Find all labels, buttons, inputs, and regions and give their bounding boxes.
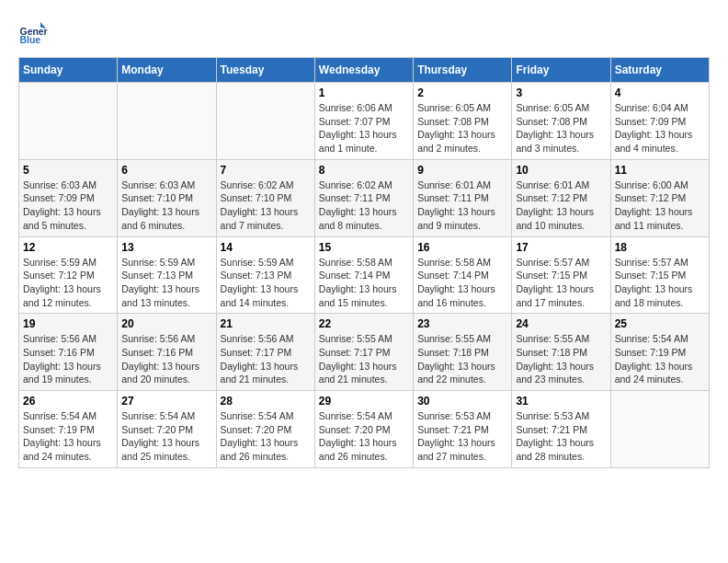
calendar-cell: 18Sunrise: 5:57 AMSunset: 7:15 PMDayligh… bbox=[610, 236, 709, 314]
day-info: Daylight: 13 hours and 4 minutes. bbox=[615, 128, 705, 155]
calendar-cell: 24Sunrise: 5:55 AMSunset: 7:18 PMDayligh… bbox=[512, 314, 610, 391]
day-info: Daylight: 13 hours and 26 minutes. bbox=[221, 436, 311, 463]
day-info: Sunrise: 6:00 AM bbox=[615, 178, 705, 192]
day-info: Sunset: 7:12 PM bbox=[23, 269, 113, 282]
svg-text:Blue: Blue bbox=[20, 35, 41, 45]
weekday-header: Friday bbox=[512, 58, 610, 83]
calendar-table: SundayMondayTuesdayWednesdayThursdayFrid… bbox=[18, 57, 710, 468]
day-info: Sunrise: 5:56 AM bbox=[23, 332, 113, 346]
day-info: Sunset: 7:07 PM bbox=[319, 115, 409, 129]
day-number: 13 bbox=[121, 241, 211, 254]
day-number: 15 bbox=[319, 241, 409, 254]
day-info: Daylight: 13 hours and 7 minutes. bbox=[221, 205, 311, 232]
day-info: Sunrise: 5:54 AM bbox=[23, 409, 113, 423]
day-info: Sunset: 7:21 PM bbox=[516, 423, 606, 437]
calendar-cell: 21Sunrise: 5:56 AMSunset: 7:17 PMDayligh… bbox=[216, 314, 314, 391]
day-number: 23 bbox=[417, 317, 507, 330]
weekday-header: Tuesday bbox=[216, 58, 314, 83]
day-number: 19 bbox=[23, 317, 113, 330]
calendar-cell: 31Sunrise: 5:53 AMSunset: 7:21 PMDayligh… bbox=[512, 391, 610, 468]
day-number: 24 bbox=[516, 317, 606, 330]
day-info: Daylight: 13 hours and 6 minutes. bbox=[121, 205, 211, 232]
day-number: 5 bbox=[23, 164, 113, 177]
calendar-cell: 27Sunrise: 5:54 AMSunset: 7:20 PMDayligh… bbox=[118, 391, 216, 468]
day-number: 29 bbox=[319, 395, 409, 408]
day-info: Daylight: 13 hours and 5 minutes. bbox=[23, 205, 113, 232]
calendar-cell: 28Sunrise: 5:54 AMSunset: 7:20 PMDayligh… bbox=[216, 391, 314, 468]
weekday-header: Monday bbox=[118, 58, 216, 83]
day-info: Sunrise: 6:02 AM bbox=[221, 178, 311, 192]
calendar-cell: 23Sunrise: 5:55 AMSunset: 7:18 PMDayligh… bbox=[414, 314, 512, 391]
day-info: Daylight: 13 hours and 26 minutes. bbox=[319, 436, 409, 463]
calendar-cell: 13Sunrise: 5:59 AMSunset: 7:13 PMDayligh… bbox=[118, 236, 216, 314]
day-number: 18 bbox=[615, 241, 705, 254]
day-info: Sunrise: 6:01 AM bbox=[516, 178, 606, 192]
day-info: Daylight: 13 hours and 17 minutes. bbox=[516, 282, 606, 309]
day-info: Sunset: 7:12 PM bbox=[516, 191, 606, 205]
day-info: Sunrise: 5:55 AM bbox=[417, 332, 507, 346]
calendar-cell: 29Sunrise: 5:54 AMSunset: 7:20 PMDayligh… bbox=[314, 391, 413, 468]
day-number: 16 bbox=[417, 241, 507, 254]
day-number: 28 bbox=[221, 395, 311, 408]
day-info: Sunset: 7:19 PM bbox=[615, 346, 705, 360]
day-number: 11 bbox=[615, 164, 705, 177]
calendar-cell: 11Sunrise: 6:00 AMSunset: 7:12 PMDayligh… bbox=[610, 159, 709, 236]
calendar-cell: 8Sunrise: 6:02 AMSunset: 7:11 PMDaylight… bbox=[314, 159, 413, 236]
day-info: Sunset: 7:20 PM bbox=[319, 423, 409, 437]
weekday-header: Saturday bbox=[610, 58, 709, 83]
day-info: Sunset: 7:09 PM bbox=[23, 191, 113, 205]
calendar-cell bbox=[19, 83, 118, 160]
day-info: Sunset: 7:20 PM bbox=[221, 423, 311, 437]
day-info: Daylight: 13 hours and 21 minutes. bbox=[319, 360, 409, 386]
calendar-cell: 30Sunrise: 5:53 AMSunset: 7:21 PMDayligh… bbox=[414, 391, 512, 468]
day-info: Sunset: 7:13 PM bbox=[221, 269, 311, 282]
day-info: Sunset: 7:14 PM bbox=[417, 269, 507, 282]
day-info: Sunset: 7:10 PM bbox=[221, 191, 311, 205]
weekday-header: Wednesday bbox=[314, 58, 413, 83]
day-info: Sunrise: 6:03 AM bbox=[121, 178, 211, 192]
day-info: Sunset: 7:19 PM bbox=[23, 423, 113, 437]
day-info: Sunset: 7:16 PM bbox=[121, 346, 211, 360]
day-info: Sunrise: 6:03 AM bbox=[23, 178, 113, 192]
day-info: Daylight: 13 hours and 15 minutes. bbox=[319, 282, 409, 309]
day-info: Sunrise: 5:55 AM bbox=[516, 332, 606, 346]
calendar-body: 1Sunrise: 6:06 AMSunset: 7:07 PMDaylight… bbox=[19, 83, 710, 468]
day-number: 6 bbox=[121, 164, 211, 177]
day-info: Sunset: 7:17 PM bbox=[221, 346, 311, 360]
day-info: Sunset: 7:08 PM bbox=[417, 115, 507, 129]
day-number: 31 bbox=[516, 395, 606, 408]
day-info: Sunrise: 5:54 AM bbox=[615, 332, 705, 346]
calendar-cell: 26Sunrise: 5:54 AMSunset: 7:19 PMDayligh… bbox=[19, 391, 118, 468]
day-info: Sunrise: 6:05 AM bbox=[417, 101, 507, 115]
day-info: Daylight: 13 hours and 1 minute. bbox=[319, 128, 409, 155]
day-info: Daylight: 13 hours and 23 minutes. bbox=[516, 360, 606, 386]
day-info: Sunset: 7:10 PM bbox=[121, 191, 211, 205]
day-info: Sunrise: 5:59 AM bbox=[221, 256, 311, 270]
day-info: Sunrise: 5:56 AM bbox=[121, 332, 211, 346]
day-info: Sunrise: 5:53 AM bbox=[417, 409, 507, 423]
day-info: Sunrise: 5:56 AM bbox=[221, 332, 311, 346]
day-info: Sunrise: 5:59 AM bbox=[121, 256, 211, 270]
day-info: Daylight: 13 hours and 3 minutes. bbox=[516, 128, 606, 155]
day-number: 12 bbox=[23, 241, 113, 254]
day-info: Sunset: 7:15 PM bbox=[615, 269, 705, 282]
day-info: Sunrise: 5:54 AM bbox=[319, 409, 409, 423]
calendar-header-row: SundayMondayTuesdayWednesdayThursdayFrid… bbox=[19, 58, 710, 83]
calendar-cell bbox=[118, 83, 216, 160]
calendar-week-row: 26Sunrise: 5:54 AMSunset: 7:19 PMDayligh… bbox=[19, 391, 710, 468]
day-info: Daylight: 13 hours and 24 minutes. bbox=[615, 360, 705, 386]
calendar-cell bbox=[216, 83, 314, 160]
calendar-cell: 17Sunrise: 5:57 AMSunset: 7:15 PMDayligh… bbox=[512, 236, 610, 314]
day-info: Sunrise: 5:57 AM bbox=[516, 256, 606, 270]
day-info: Daylight: 13 hours and 27 minutes. bbox=[417, 436, 507, 463]
day-number: 2 bbox=[417, 86, 507, 99]
day-info: Daylight: 13 hours and 28 minutes. bbox=[516, 436, 606, 463]
calendar-cell: 12Sunrise: 5:59 AMSunset: 7:12 PMDayligh… bbox=[19, 236, 118, 314]
day-number: 25 bbox=[615, 317, 705, 330]
calendar-cell: 7Sunrise: 6:02 AMSunset: 7:10 PMDaylight… bbox=[216, 159, 314, 236]
day-number: 10 bbox=[516, 164, 606, 177]
day-info: Sunrise: 5:58 AM bbox=[319, 256, 409, 270]
day-number: 26 bbox=[23, 395, 113, 408]
logo-icon: General Blue bbox=[18, 18, 48, 48]
day-info: Sunrise: 6:05 AM bbox=[516, 101, 606, 115]
